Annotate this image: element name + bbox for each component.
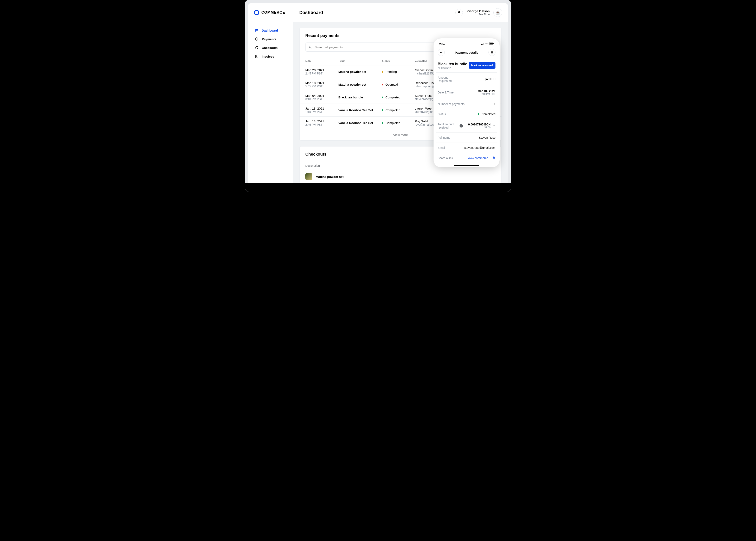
payments-icon xyxy=(254,37,259,41)
brand-icon xyxy=(254,10,259,15)
avatar[interactable]: ☕ xyxy=(493,8,502,17)
svg-rect-2 xyxy=(256,30,258,31)
user-org: Tea Time xyxy=(467,13,490,16)
svg-rect-11 xyxy=(483,43,483,45)
payment-details-header: Payment details xyxy=(436,45,497,59)
sidebar: Dashboard Payments Checkouts Invoices xyxy=(248,22,293,183)
row-share-link[interactable]: Share a link www.commerce.... xyxy=(436,153,497,163)
svg-rect-17 xyxy=(491,52,493,53)
notifications-button[interactable] xyxy=(455,9,463,16)
payment-details-title: Payment details xyxy=(455,51,478,54)
status-dot-icon xyxy=(382,71,383,73)
svg-rect-19 xyxy=(494,157,495,159)
row-email: Email steven.rose@gmail.com xyxy=(436,143,497,153)
user-name: George Gibson xyxy=(467,9,490,13)
sidebar-item-dashboard[interactable]: Dashboard xyxy=(248,26,293,35)
checkout-row[interactable]: Matcha powder set xyxy=(300,170,501,183)
svg-rect-16 xyxy=(491,51,493,52)
svg-rect-9 xyxy=(481,44,482,45)
svg-rect-12 xyxy=(484,43,484,45)
sidebar-item-invoices[interactable]: Invoices xyxy=(248,52,293,61)
svg-point-4 xyxy=(255,38,258,40)
app-header: COMMERCE Dashboard George Gibson Tea Tim… xyxy=(248,3,508,22)
menu-button[interactable] xyxy=(488,49,495,56)
search-icon xyxy=(309,45,312,49)
status-dot-icon xyxy=(382,97,383,98)
back-button[interactable] xyxy=(438,49,445,56)
user-block[interactable]: George Gibson Tea Time xyxy=(467,9,490,16)
svg-rect-15 xyxy=(493,43,494,44)
svg-rect-14 xyxy=(490,43,493,45)
back-arrow-icon xyxy=(440,51,443,54)
svg-rect-20 xyxy=(493,157,494,158)
payment-product-name: Black tea bundle xyxy=(438,62,467,66)
row-date-time: Date & Time Mar. 04, 20213:40 PM PST xyxy=(436,86,497,99)
phone-overlay: 9:41 Payment details Bl xyxy=(434,38,500,167)
status-dot-icon xyxy=(382,122,383,124)
signal-icon xyxy=(481,43,485,45)
home-indicator xyxy=(454,165,479,166)
svg-rect-18 xyxy=(491,53,493,53)
svg-rect-10 xyxy=(482,44,483,45)
status-dot-icon xyxy=(382,109,383,111)
bell-icon xyxy=(457,11,461,14)
row-amount-requested: Amount Requested $70.00 xyxy=(436,72,497,86)
status-dot-icon xyxy=(382,84,383,85)
svg-rect-1 xyxy=(256,29,258,30)
dashboard-icon xyxy=(254,29,259,32)
row-full-name: Full name Steven Rose xyxy=(436,133,497,143)
page-title: Dashboard xyxy=(299,10,323,15)
sidebar-item-payments[interactable]: Payments xyxy=(248,35,293,43)
sidebar-item-label: Checkouts xyxy=(262,46,278,50)
sidebar-item-label: Dashboard xyxy=(262,29,278,32)
sidebar-item-label: Payments xyxy=(262,37,276,41)
svg-rect-3 xyxy=(256,31,258,31)
payment-code: AFTBW6N2 xyxy=(438,67,467,70)
checkouts-icon xyxy=(254,46,259,49)
phone-status-bar: 9:41 xyxy=(436,42,497,45)
chevron-down-icon[interactable] xyxy=(493,124,495,128)
hamburger-icon xyxy=(490,51,494,54)
sidebar-item-label: Invoices xyxy=(262,55,274,58)
status-dot-icon xyxy=(478,113,479,115)
info-icon[interactable]: i xyxy=(460,124,463,128)
col-type: Type xyxy=(338,59,382,62)
row-status: Status Completed xyxy=(436,109,497,119)
phone-time: 9:41 xyxy=(439,42,445,45)
col-description: Description xyxy=(305,164,320,167)
svg-rect-0 xyxy=(255,29,256,32)
checkout-name: Matcha powder set xyxy=(316,175,344,179)
wifi-icon xyxy=(485,43,488,45)
payment-product-header: Black tea bundle AFTBW6N2 Mark as resolv… xyxy=(436,59,497,72)
sidebar-item-checkouts[interactable]: Checkouts xyxy=(248,43,293,52)
checkout-thumbnail xyxy=(305,173,312,180)
mark-resolved-button[interactable]: Mark as resolved xyxy=(469,62,495,69)
col-status: Status xyxy=(382,59,415,62)
brand-name: COMMERCE xyxy=(261,10,285,15)
battery-icon xyxy=(489,43,494,45)
col-date: Date xyxy=(305,59,338,62)
brand-logo[interactable]: COMMERCE xyxy=(254,10,294,15)
copy-icon[interactable] xyxy=(493,156,495,160)
invoices-icon xyxy=(254,55,259,58)
row-number-payments: Number of payments 1 xyxy=(436,99,497,109)
row-total-received[interactable]: Total amount receivedi 0.00107185 BCH$1.… xyxy=(436,119,497,133)
